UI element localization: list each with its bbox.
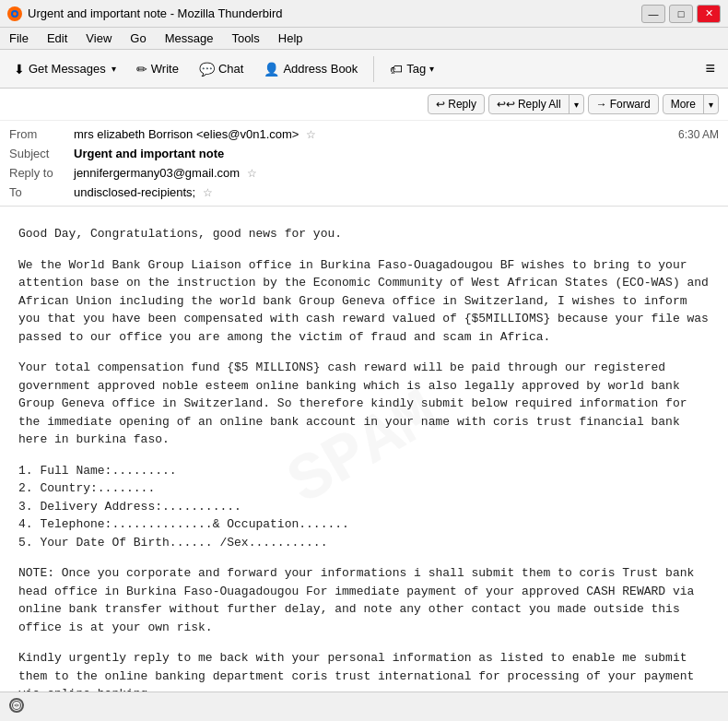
minimize-button[interactable]: — [641, 5, 665, 23]
reply-all-icon: ↩↩ [497, 98, 515, 111]
reply-to-label: Reply to [9, 166, 74, 180]
sender-name: mrs elizabeth Borrison [74, 127, 193, 141]
reply-to-star-icon[interactable]: ☆ [247, 167, 257, 180]
reply-button[interactable]: ↩ Reply [428, 94, 485, 114]
subject-label: Subject [9, 147, 74, 160]
body-list: 1. Full Name:......... 2. Country:......… [18, 462, 710, 552]
to-label: To [9, 185, 74, 199]
status-bar [0, 691, 728, 717]
list-item-1: 1. Full Name:......... [18, 462, 710, 480]
address-book-label: Address Book [283, 62, 358, 76]
menu-message[interactable]: Message [161, 30, 217, 47]
svg-point-3 [13, 701, 21, 709]
chat-icon: 💬 [199, 62, 215, 77]
reply-all-button-group: ↩↩ Reply All ▾ [488, 94, 584, 114]
get-messages-arrow[interactable]: ▾ [112, 64, 116, 74]
menu-go[interactable]: Go [126, 30, 149, 47]
from-label: From [9, 127, 74, 141]
body-paragraph2: Your total compensation fund {$5 MILLION… [18, 359, 710, 449]
reply-to-row: Reply to jennifergermany03@gmail.com ☆ [9, 163, 719, 183]
tag-label: Tag [406, 62, 426, 76]
from-value: mrs elizabeth Borrison <elies@v0n1.com> … [74, 127, 678, 141]
menu-edit[interactable]: Edit [43, 30, 71, 47]
get-messages-icon: ⬇ [14, 62, 25, 77]
tag-arrow[interactable]: ▾ [429, 64, 434, 74]
email-meta: From mrs elizabeth Borrison <elies@v0n1.… [0, 121, 728, 206]
email-body: SPAM Good Day, Congratulations, good new… [0, 207, 728, 691]
tag-icon: 🏷 [390, 62, 403, 77]
address-book-icon: 👤 [264, 62, 279, 77]
reply-icon: ↩ [436, 98, 445, 111]
subject-value: Urgent and important note [74, 147, 719, 160]
maximize-button[interactable]: □ [669, 5, 693, 23]
more-button[interactable]: More [663, 95, 704, 113]
subject-row: Subject Urgent and important note [9, 144, 719, 163]
from-row: From mrs elizabeth Borrison <elies@v0n1.… [9, 124, 719, 144]
list-item-5: 5. Your Date Of Birth...... /Sex........… [18, 534, 710, 552]
more-label: More [671, 98, 696, 111]
sender-email: <elies@v0n1.com> [196, 127, 299, 141]
email-time: 6:30 AM [678, 128, 719, 141]
to-star-icon[interactable]: ☆ [203, 186, 213, 199]
more-button-group: More ▾ [663, 94, 719, 114]
email-header: ↩ Reply ↩↩ Reply All ▾ → Forward More ▾ … [0, 89, 728, 207]
body-closing: Kindly urgently reply to me back with yo… [18, 649, 710, 691]
forward-button[interactable]: → Forward [588, 94, 659, 114]
menu-tools[interactable]: Tools [228, 30, 263, 47]
menu-bar: File Edit View Go Message Tools Help [0, 28, 728, 50]
forward-label: Forward [610, 98, 651, 111]
reply-to-address: jennifergermany03@gmail.com [74, 166, 240, 180]
svg-point-2 [13, 12, 17, 16]
forward-icon: → [596, 98, 607, 111]
body-paragraph1: We the World Bank Group Liaison office i… [18, 256, 710, 347]
more-dropdown[interactable]: ▾ [704, 97, 718, 112]
menu-help[interactable]: Help [275, 30, 307, 47]
menu-file[interactable]: File [6, 30, 32, 47]
from-star-icon[interactable]: ☆ [306, 128, 316, 141]
list-item-3: 3. Delivery Address:........... [18, 498, 710, 516]
to-value: undisclosed-recipients; ☆ [74, 185, 719, 199]
body-greeting: Good Day, Congratulations, good news for… [18, 225, 710, 243]
menu-view[interactable]: View [82, 30, 115, 47]
status-icon [9, 698, 24, 713]
tag-button[interactable]: 🏷 Tag ▾ [382, 57, 442, 81]
reply-all-button[interactable]: ↩↩ Reply All [489, 95, 569, 113]
chat-label: Chat [218, 62, 243, 76]
write-icon: ✏ [136, 62, 147, 77]
get-messages-label: Get Messages [29, 62, 106, 76]
close-button[interactable]: ✕ [697, 5, 721, 23]
window-controls: — □ ✕ [641, 5, 721, 23]
address-book-button[interactable]: 👤 Address Book [255, 57, 366, 81]
reply-to-value: jennifergermany03@gmail.com ☆ [74, 166, 719, 180]
toolbar: ⬇ Get Messages ▾ ✏ Write 💬 Chat 👤 Addres… [0, 50, 728, 89]
get-messages-button[interactable]: ⬇ Get Messages ▾ [6, 57, 124, 81]
to-row: To undisclosed-recipients; ☆ [9, 183, 719, 202]
write-button[interactable]: ✏ Write [128, 57, 187, 81]
window-title: Urgent and important note - Mozilla Thun… [28, 6, 641, 20]
chat-button[interactable]: 💬 Chat [191, 57, 252, 81]
list-item-2: 2. Country:........ [18, 479, 710, 498]
header-toolbar: ↩ Reply ↩↩ Reply All ▾ → Forward More ▾ [0, 89, 728, 121]
to-address: undisclosed-recipients; [74, 185, 195, 199]
reply-label: Reply [448, 98, 476, 111]
body-note: NOTE: Once you corporate and forward you… [18, 564, 710, 636]
app-icon [7, 6, 22, 21]
title-bar: Urgent and important note - Mozilla Thun… [0, 0, 728, 28]
body-content: Good Day, Congratulations, good news for… [18, 225, 710, 691]
toolbar-separator [373, 56, 374, 82]
reply-all-dropdown[interactable]: ▾ [569, 97, 583, 112]
write-label: Write [151, 62, 179, 76]
hamburger-menu[interactable]: ≡ [698, 55, 722, 82]
list-item-4: 4. Telephone:..............& Occupation.… [18, 515, 710, 534]
reply-all-label: Reply All [518, 98, 561, 111]
